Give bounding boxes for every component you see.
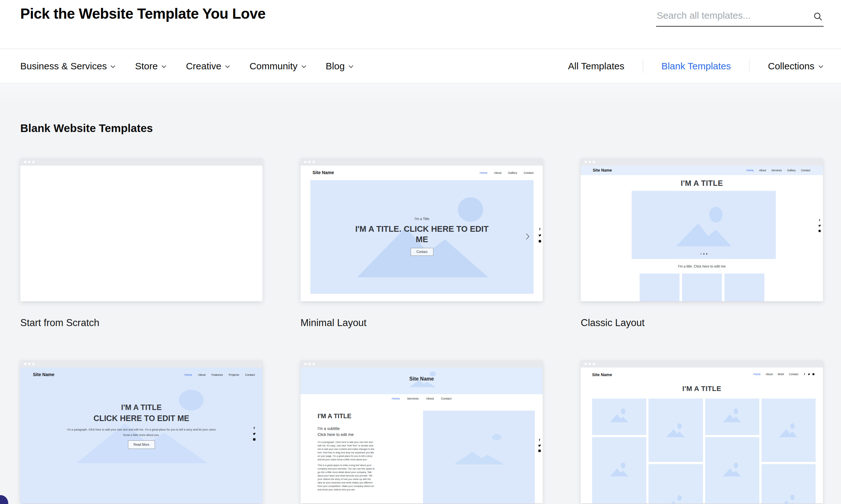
mini-read-more-button: Read More xyxy=(128,440,155,449)
section-heading: Blank Website Templates xyxy=(20,122,153,134)
nav-label: Business & Services xyxy=(20,61,107,72)
image-placeholder-icon xyxy=(723,463,741,476)
chevron-down-icon xyxy=(819,65,823,68)
mini-nav-link: Contact xyxy=(245,373,255,376)
chevron-down-icon xyxy=(110,65,115,68)
mini-social-bar xyxy=(538,438,541,452)
mini-social-bar xyxy=(803,373,815,376)
mini-nav-link: Gallery xyxy=(508,171,517,175)
template-card-classic-layout[interactable]: Site Name Home About Services Gallery Co… xyxy=(581,158,823,301)
gallery-tile xyxy=(705,399,759,435)
mini-caption: I'm a title. Click here to edit me xyxy=(581,264,823,268)
tab-all-templates[interactable]: All Templates xyxy=(550,61,643,72)
mini-site-name: Site Name xyxy=(33,372,54,377)
mini-header-right: Home About Work Contact xyxy=(753,373,815,376)
nav-label: Creative xyxy=(186,61,221,72)
image-placeholder-icon xyxy=(779,494,798,503)
browser-chrome-bar xyxy=(581,158,823,166)
template-label-classic-layout[interactable]: Classic Layout xyxy=(581,301,823,360)
image-placeholder-icon xyxy=(666,423,684,437)
mini-subtitle-line2: Click here to edit me xyxy=(318,432,354,438)
template-card-split-layout[interactable]: Site Name Home Services About Contact I'… xyxy=(301,360,543,503)
twitter-icon xyxy=(808,373,810,376)
mini-site-name: Site Name xyxy=(301,376,543,382)
masonry-column xyxy=(648,399,703,503)
template-preview-blue-hero: Site Name Home About Features Projects C… xyxy=(20,367,263,503)
sun-shape xyxy=(430,371,436,376)
mini-nav-link: Home xyxy=(480,171,487,175)
facebook-icon xyxy=(818,219,821,222)
mini-nav-link: About xyxy=(766,373,773,376)
mini-nav-link: Home xyxy=(184,373,192,376)
template-card-start-from-scratch[interactable] xyxy=(20,158,263,301)
gallery-tile xyxy=(648,399,703,462)
browser-chrome-bar xyxy=(20,360,263,367)
nav-item-community[interactable]: Community xyxy=(250,61,306,72)
window-dot-icon xyxy=(32,161,35,163)
search-icon[interactable] xyxy=(813,12,823,21)
mini-title-line1: I'M A TITLE xyxy=(20,403,263,412)
masonry-column xyxy=(592,399,646,503)
tab-blank-templates[interactable]: Blank Templates xyxy=(643,61,750,72)
search-bar[interactable] xyxy=(656,4,824,26)
page-header: Pick the Website Template You Love xyxy=(0,0,841,49)
nav-item-business-services[interactable]: Business & Services xyxy=(20,61,115,72)
mini-subtitle-line1: I'm a subtitle xyxy=(318,426,354,432)
twitter-icon xyxy=(253,432,256,435)
nav-item-blog[interactable]: Blog xyxy=(326,61,353,72)
window-dot-icon xyxy=(593,363,595,365)
mini-social-bar xyxy=(818,219,821,232)
image-placeholder-icon xyxy=(610,463,628,476)
nav-item-store[interactable]: Store xyxy=(135,61,166,72)
gallery-tile xyxy=(705,437,759,503)
instagram-icon xyxy=(818,230,821,232)
window-dot-icon xyxy=(589,161,591,163)
masonry-column xyxy=(762,399,816,503)
mini-nav-link: Services xyxy=(771,169,782,172)
gallery-tile xyxy=(648,464,703,503)
mini-nav-link: Home xyxy=(746,169,754,172)
mini-nav-link: Home xyxy=(392,397,399,400)
view-switcher: All Templates Blank Templates Collection… xyxy=(550,59,823,73)
browser-chrome-bar xyxy=(20,158,263,166)
mini-site-name: Site Name xyxy=(592,372,612,377)
image-placeholder-icon xyxy=(610,408,628,422)
mini-nav-link: Features xyxy=(212,373,223,376)
template-grid: Site Name Home About Gallery Contact I'm… xyxy=(20,158,823,503)
gallery-box xyxy=(724,273,764,301)
category-list: Business & Services Store Creative Commu… xyxy=(20,61,353,72)
instagram-icon xyxy=(253,438,256,441)
window-dot-icon xyxy=(308,161,311,163)
mini-site-name: Site Name xyxy=(593,168,612,173)
tab-collections[interactable]: Collections xyxy=(750,61,823,72)
mini-paragraph-2: This is a great space to write a long te… xyxy=(318,464,376,491)
gallery-tile xyxy=(762,464,816,503)
template-card-blue-hero[interactable]: Site Name Home About Features Projects C… xyxy=(20,360,263,503)
browser-chrome-bar xyxy=(581,360,823,367)
window-dot-icon xyxy=(24,161,26,163)
chevron-down-icon xyxy=(348,65,353,68)
nav-item-creative[interactable]: Creative xyxy=(186,61,230,72)
window-dot-icon xyxy=(312,161,315,163)
mini-nav: Home About Work Contact xyxy=(753,373,798,376)
template-label-minimal-layout[interactable]: Minimal Layout xyxy=(301,301,543,360)
template-card-minimal-layout[interactable]: Site Name Home About Gallery Contact I'm… xyxy=(301,158,543,301)
search-input[interactable] xyxy=(656,4,802,21)
template-preview-masonry: Site Name Home About Work Contact I'M A … xyxy=(581,367,823,503)
mini-title: I'M A TITLE xyxy=(581,179,823,188)
nav-label: Community xyxy=(250,61,298,72)
image-placeholder xyxy=(632,191,776,259)
mini-nav-link: Work xyxy=(778,373,784,376)
mini-nav-link: Projects xyxy=(229,373,239,376)
gallery-tile xyxy=(592,399,646,435)
image-placeholder-icon xyxy=(666,495,684,503)
mountains-shape xyxy=(454,452,504,464)
template-label-start-from-scratch[interactable]: Start from Scratch xyxy=(20,301,263,360)
browser-chrome-bar xyxy=(301,158,543,166)
mini-nav-link: Contact xyxy=(801,169,810,172)
mini-nav: Home About Gallery Contact xyxy=(480,171,534,175)
image-placeholder-icon xyxy=(676,207,731,246)
page-title: Pick the Website Template You Love xyxy=(20,0,266,27)
nav-label: Collections xyxy=(768,61,815,72)
template-card-masonry-gallery[interactable]: Site Name Home About Work Contact I'M A … xyxy=(581,360,823,503)
